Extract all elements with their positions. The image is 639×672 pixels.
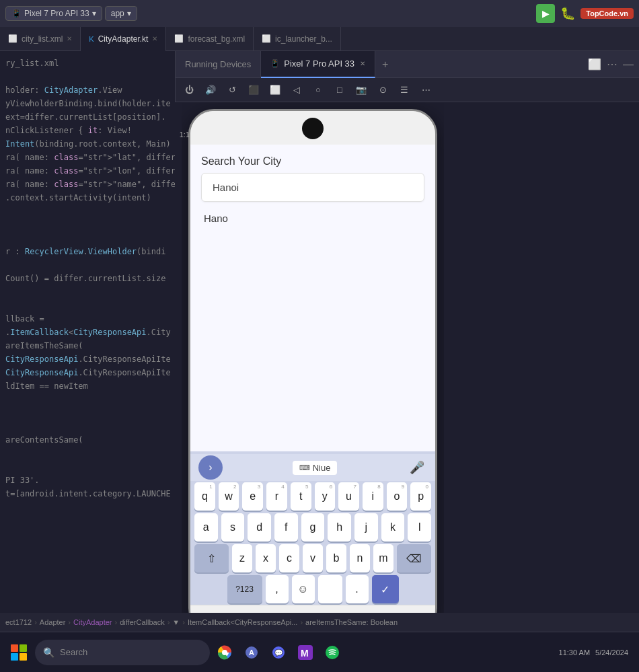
file-tab-city-list[interactable]: ⬜ city_list.xml ✕ [0, 27, 81, 51]
back-icon[interactable]: ◁ [289, 82, 305, 98]
breadcrumb-v[interactable]: ▼ [172, 618, 180, 626]
debug-icon[interactable]: 🐛 [560, 6, 575, 21]
taskbar-vs[interactable]: M [293, 640, 317, 665]
more-icon[interactable]: ⋯ [418, 82, 434, 98]
key-s[interactable]: s [221, 513, 245, 542]
key-p[interactable]: 0p [410, 482, 431, 511]
file-tab-city-adapter[interactable]: K CityAdapter.kt ✕ [81, 27, 166, 51]
volume-icon[interactable]: 🔊 [202, 82, 219, 98]
breadcrumb-differ-callback[interactable]: differCallback [120, 618, 164, 626]
code-line: ra( name: class="str">"name", differ.cur… [0, 178, 175, 191]
key-z[interactable]: z [232, 544, 252, 572]
key-num[interactable]: ?123 [227, 575, 262, 603]
code-line: ra( name: class="str">"lat", differ.curr… [0, 151, 175, 164]
key-comma[interactable]: , [266, 575, 289, 603]
device-toolbar: ⏻ 🔊 ↺ ⬛ ⬜ ◁ ○ □ 📷 ⊙ ☰ ⋯ [175, 78, 639, 102]
close-device-tab-icon[interactable]: ✕ [360, 60, 365, 67]
file-tab-ic-launcher[interactable]: ⬜ ic_launcher_b... [254, 27, 341, 51]
breadcrumb-are-items-same[interactable]: areItemsTheSame: Boolean [305, 618, 398, 626]
taskbar-spotify[interactable] [320, 640, 344, 665]
code-line: Intent(binding.root.context, Main) [0, 137, 175, 151]
code-line [0, 231, 175, 245]
device-selector[interactable]: 📱 Pixel 7 Pro API 33 ▾ [5, 6, 102, 21]
phone-content: Search Your City Hanoi Hano › ⌨ Niue 🎤 1… [190, 111, 435, 632]
file-tab-forecast-bg[interactable]: ⬜ forecast_bg.xml [166, 27, 254, 51]
key-h[interactable]: h [328, 513, 351, 542]
key-k[interactable]: k [381, 513, 405, 542]
key-a[interactable]: a [194, 513, 218, 542]
settings-icon[interactable]: ☰ [396, 82, 412, 98]
key-u[interactable]: 7u [338, 482, 359, 511]
breadcrumb-root[interactable]: ect1712 [5, 618, 32, 626]
record-icon[interactable]: ⊙ [375, 82, 391, 98]
search-input[interactable]: Hanoi [201, 173, 424, 202]
code-line [0, 420, 175, 433]
key-e[interactable]: 3e [242, 482, 263, 511]
run-button[interactable]: ▶ [536, 4, 555, 23]
power-icon[interactable]: ⏻ [181, 82, 197, 98]
keyboard-row-3: ⇧ z x c v b n m ⌫ [190, 543, 435, 574]
start-button[interactable] [5, 639, 32, 666]
keyboard-mic-btn[interactable]: 🎤 [407, 457, 427, 478]
code-line: t=[android.intent.category.LAUNCHE [0, 487, 175, 500]
code-line [0, 285, 175, 299]
key-y[interactable]: 6y [315, 482, 336, 511]
key-g[interactable]: g [301, 513, 325, 542]
svg-text:M: M [301, 648, 309, 659]
result-item[interactable]: Hano [201, 207, 424, 229]
home-icon[interactable]: ○ [310, 82, 326, 98]
pixel-device-tab[interactable]: 📱 Pixel 7 Pro API 33 ✕ [261, 51, 375, 78]
key-backspace[interactable]: ⌫ [397, 544, 431, 572]
key-v[interactable]: v [303, 544, 323, 572]
key-w[interactable]: 2w [219, 482, 239, 511]
taskbar-discord[interactable]: 💬 [266, 640, 291, 665]
screenshot-icon[interactable]: ⬜ [267, 82, 283, 98]
fold-icon[interactable]: ⬛ [246, 82, 262, 98]
close-tab-icon[interactable]: ✕ [67, 35, 72, 42]
menu-icon[interactable]: ⋯ [607, 58, 617, 71]
breadcrumb-city-adapter[interactable]: CityAdapter [73, 618, 112, 626]
minimize-icon[interactable]: — [623, 59, 634, 71]
rotate-icon[interactable]: ↺ [224, 82, 240, 98]
key-b[interactable]: b [326, 544, 346, 572]
keyboard-collapse-btn[interactable]: › [198, 455, 223, 480]
key-q[interactable]: 1q [194, 482, 215, 511]
key-enter[interactable]: ✓ [372, 575, 399, 603]
key-space[interactable] [318, 575, 342, 603]
key-shift[interactable]: ⇧ [194, 544, 229, 572]
phone-area: Search Your City Hanoi Hano › ⌨ Niue 🎤 1… [182, 102, 444, 632]
camera-icon[interactable]: 📷 [353, 82, 369, 98]
add-device-tab[interactable]: + [375, 59, 395, 71]
close-tab-icon[interactable]: ✕ [152, 35, 157, 42]
key-n[interactable]: n [350, 544, 370, 572]
key-d[interactable]: d [248, 513, 271, 542]
key-emoji[interactable]: ☺ [292, 575, 315, 603]
panel-controls: ⬜ ⋯ — [588, 58, 639, 71]
key-c[interactable]: c [279, 544, 299, 572]
breadcrumb-item-callback[interactable]: ItemCallback<CityResponseApi... [188, 618, 298, 626]
code-line: ext=differ.currentList[position]. [0, 110, 175, 124]
logo-badge: TopCode.vn [580, 8, 634, 19]
breadcrumb-adapter-folder[interactable]: Adapter [40, 618, 66, 626]
key-m[interactable]: m [373, 544, 393, 572]
key-f[interactable]: f [274, 513, 298, 542]
keyboard-lang-btn[interactable]: ⌨ Niue [293, 461, 338, 475]
code-line [0, 393, 175, 406]
key-x[interactable]: x [256, 544, 276, 572]
maximize-icon[interactable]: ⬜ [588, 58, 601, 71]
taskbar-search[interactable]: 🔍 Search [35, 640, 210, 665]
key-j[interactable]: j [354, 513, 378, 542]
taskbar: 🔍 Search A 💬 M [0, 632, 639, 672]
recents-icon[interactable]: □ [332, 82, 348, 98]
taskbar-icon-2[interactable]: A [239, 640, 264, 665]
key-period[interactable]: . [346, 575, 369, 603]
chevron-down-icon: ▾ [92, 9, 96, 18]
taskbar-chrome[interactable] [213, 640, 237, 665]
key-t[interactable]: 5t [291, 482, 311, 511]
app-selector[interactable]: app ▾ [105, 6, 137, 21]
key-i[interactable]: 8i [363, 482, 383, 511]
key-r[interactable]: 4r [266, 482, 287, 511]
key-l[interactable]: l [408, 513, 431, 542]
running-devices-tab[interactable]: Running Devices [176, 51, 261, 78]
key-o[interactable]: 9o [387, 482, 408, 511]
